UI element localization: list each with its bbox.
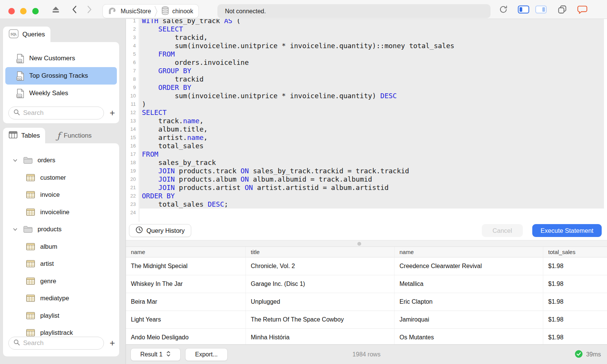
query-item-label: Weekly Sales [29,89,68,97]
eject-icon[interactable] [50,0,61,19]
table-grid-icon [26,277,35,285]
sql-code: WITH sales_by_track AS ( SELECT trackid,… [142,19,454,217]
table-tree-item[interactable]: invoice [3,186,119,204]
query-history-button[interactable]: Query History [129,224,191,237]
tab-queries[interactable]: SQL Queries [3,27,50,42]
table-cell: Os Mutantes [395,329,543,344]
column-header[interactable]: total_sales [543,247,607,257]
sql-file-icon: SQL [16,71,25,81]
query-item[interactable]: SQLTop Grossing Tracks [5,67,117,85]
results-table: nametitlenametotal_sales The Midnight Sp… [126,247,607,344]
code-line: trackid, [142,33,454,42]
table-row[interactable]: Light YearsThe Return Of The Space Cowbo… [126,311,607,329]
connection-status-text: Not connected. [225,8,266,15]
table-grid-icon [26,329,35,337]
code-line: JOIN products.album ON album.albumid = t… [142,175,454,184]
table-cell: Ando Meio Desligado [126,329,246,344]
query-item[interactable]: SQLNew Customers [5,50,117,67]
table-cell: $1.98 [543,329,607,344]
code-line [142,209,454,217]
table-tree-item-label: playlist [40,312,59,319]
column-header[interactable]: title [246,247,395,257]
tables-search-field[interactable] [8,337,104,350]
table-tree-item[interactable]: playlist [3,307,119,325]
tabs-overview-button[interactable] [556,0,568,19]
query-item[interactable]: SQLWeekly Sales [5,85,117,102]
sql-editor[interactable]: 123456789101112131415161718192021222324 … [126,19,607,222]
queries-search-field[interactable] [8,107,104,119]
code-line: FROM [142,150,454,158]
code-line: orders.invoiceline [142,58,454,67]
table-tree-item[interactable]: customer [3,169,119,187]
zoom-window-button[interactable] [32,8,39,14]
tables-search-input[interactable] [23,339,91,347]
column-header[interactable]: name [395,247,543,257]
row-count-text: 1984 rows [352,351,381,358]
code-line: sum(invoiceline.unitprice * invoiceline.… [142,92,454,100]
schema-group-label: products [38,226,61,233]
duration-text: 39ms [586,351,601,358]
code-line: JOIN products.track ON sales_by_track.tr… [142,167,454,175]
tab-tables[interactable]: Tables [3,128,45,144]
table-tree-item[interactable]: mediatype [3,290,119,307]
back-button[interactable] [70,0,79,19]
breadcrumb-database[interactable]: chinook [161,6,193,17]
tab-functions[interactable]: ƒ Functions [52,128,97,144]
code-line: track.name, [142,117,454,125]
splitter-handle-icon[interactable] [357,242,361,246]
table-tree-item-label: genre [40,278,56,285]
clock-icon [135,226,143,235]
table-cell: Jamiroquai [395,311,543,328]
table-columns-icon [8,131,18,141]
table-tree-item[interactable]: album [3,238,119,256]
disclosure-chevron-icon[interactable] [11,158,19,163]
table-row[interactable]: The Midnight SpecialChronicle, Vol. 2Cre… [126,257,607,275]
table-cell: $1.98 [543,257,607,275]
table-grid-icon [26,174,35,182]
table-tree-item[interactable]: invoiceline [3,204,119,221]
column-header[interactable]: name [126,247,246,257]
table-row[interactable]: Whiskey In The JarGarage Inc. (Disc 1)Me… [126,275,607,293]
close-window-button[interactable] [8,8,15,14]
pane-splitter[interactable] [126,240,607,247]
toggle-left-sidebar-button[interactable] [517,0,530,19]
table-cell: Creedence Clearwater Revival [395,257,543,275]
app-window: MusicStore chinook Not connected. [0,0,607,364]
table-cell: $1.98 [543,275,607,293]
forward-button[interactable] [85,0,94,19]
breadcrumb-server[interactable]: MusicStore [107,6,151,17]
schema-group-row[interactable]: orders [3,152,119,169]
table-tree-item-label: mediatype [40,295,69,302]
main-area: 123456789101112131415161718192021222324 … [126,19,607,364]
code-line: sum(invoiceline.unitprice * invoiceline.… [142,42,454,50]
add-query-button[interactable]: + [108,109,117,117]
table-cell: Eric Clapton [395,293,543,311]
toggle-right-sidebar-button[interactable] [534,0,548,19]
feedback-chat-button[interactable] [576,0,589,19]
code-line: album.title, [142,125,454,133]
table-row[interactable]: Beira MarUnpluggedEric Clapton$1.98 [126,293,607,311]
add-table-button[interactable]: + [108,339,117,347]
cancel-button[interactable]: Cancel [482,224,523,237]
table-tree-item[interactable]: genre [3,273,119,290]
code-line: ORDER BY [142,83,454,92]
refresh-button[interactable] [498,0,509,19]
schema-group-row[interactable]: products [3,221,119,238]
table-row[interactable]: Ando Meio DesligadoMinha HistóriaOs Muta… [126,329,607,344]
table-tree-item[interactable]: artist [3,255,119,273]
execute-statement-button[interactable]: Execute Statement [532,224,602,237]
code-line: SELECT [142,25,454,33]
cancel-label: Cancel [492,227,512,234]
sql-file-icon: SQL [16,88,25,99]
code-line: sales_by_track [142,158,454,167]
queries-search-input[interactable] [23,109,91,117]
table-cell: Chronicle, Vol. 2 [246,257,395,275]
disclosure-chevron-icon[interactable] [11,227,19,232]
breadcrumb-database-label: chinook [172,8,193,15]
folder-icon [23,225,33,233]
minimize-window-button[interactable] [20,8,27,14]
tab-tables-label: Tables [21,132,40,140]
svg-text:SQL: SQL [17,77,22,80]
table-tree-item-label: playlisttrack [40,329,73,336]
line-number-gutter: 123456789101112131415161718192021222324 [126,19,136,217]
